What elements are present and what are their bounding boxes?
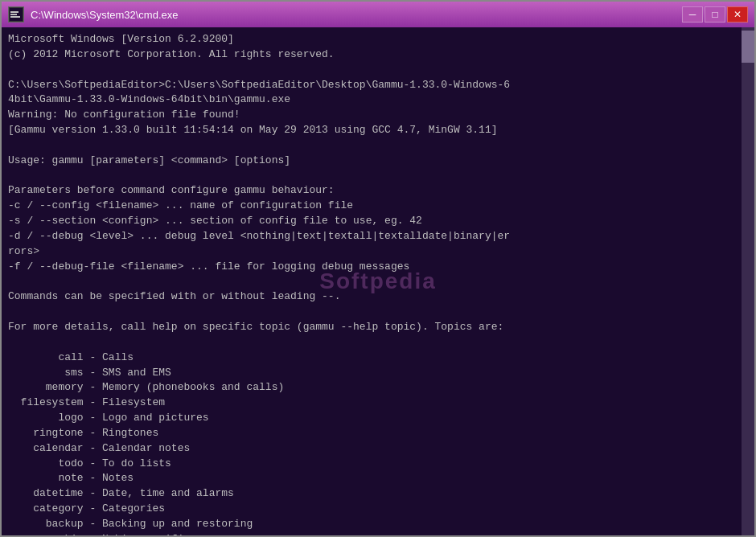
console-output: Microsoft Windows [Version 6.2.9200] (c)… (8, 32, 748, 535)
cmd-window: C:\Windows\System32\cmd.exe ─ □ ✕ Micros… (0, 0, 756, 537)
title-bar-left: C:\Windows\System32\cmd.exe (8, 6, 179, 23)
minimize-button[interactable]: ─ (682, 6, 703, 23)
svg-rect-3 (10, 16, 20, 18)
console-area[interactable]: Microsoft Windows [Version 6.2.9200] (c)… (2, 27, 754, 535)
maximize-button[interactable]: □ (705, 6, 725, 23)
cmd-icon (8, 6, 24, 23)
svg-rect-1 (10, 11, 18, 13)
close-button[interactable]: ✕ (727, 6, 748, 23)
title-bar-controls: ─ □ ✕ (682, 6, 748, 23)
scrollbar-thumb[interactable] (742, 31, 754, 63)
scrollbar[interactable] (742, 27, 754, 535)
svg-rect-2 (10, 14, 17, 15)
window-title: C:\Windows\System32\cmd.exe (31, 9, 179, 21)
title-bar: C:\Windows\System32\cmd.exe ─ □ ✕ (2, 2, 754, 27)
